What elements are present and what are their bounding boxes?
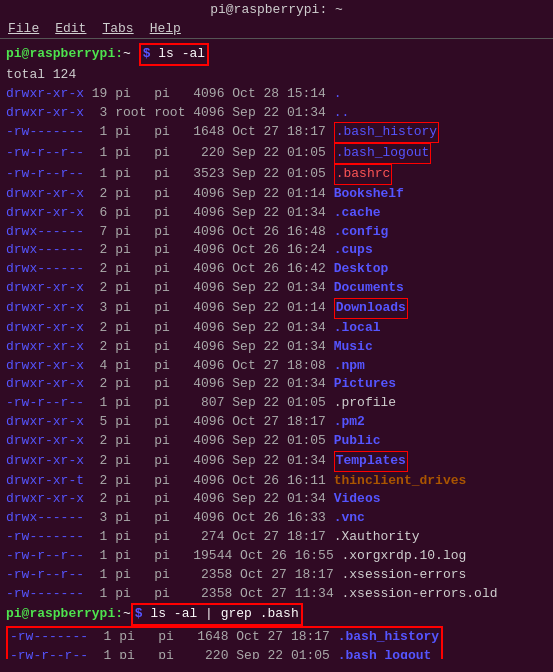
table-row: drwxr-xr-x 6 pi pi 4096 Sep 22 01:34 .ca… <box>6 204 547 223</box>
menu-bar: File Edit Tabs Help <box>0 19 553 39</box>
table-row: drwxr-xr-x 3 root root 4096 Sep 22 01:34… <box>6 104 547 123</box>
cmd-box-1: $ ls -al <box>139 43 209 66</box>
prompt-line-2: pi@raspberrypi:~$ ls -al | grep .bash <box>6 603 547 626</box>
table-row: drwxr-xr-x 2 pi pi 4096 Sep 22 01:05 Pub… <box>6 432 547 451</box>
prompt-tilde-1: ~ <box>123 45 131 64</box>
grep-row-bash-logout: -rw-r--r-- 1 pi pi 220 Sep 22 01:05 .bas… <box>10 647 439 659</box>
table-row: -rw-r--r-- 1 pi pi 807 Sep 22 01:05 .pro… <box>6 394 547 413</box>
table-row: drwxr-xr-x 2 pi pi 4096 Sep 22 01:34 Vid… <box>6 490 547 509</box>
prompt-tilde-2: ~ <box>123 605 131 624</box>
table-row: -rw------- 1 pi pi 274 Oct 27 18:17 .Xau… <box>6 528 547 547</box>
table-row: -rw-r--r-- 1 pi pi 2358 Oct 27 18:17 .xs… <box>6 566 547 585</box>
prompt-line-1: pi@raspberrypi:~ $ ls -al <box>6 43 547 66</box>
table-row: drwxr-xr-x 2 pi pi 4096 Sep 22 01:34 Doc… <box>6 279 547 298</box>
grep-results-box: -rw------- 1 pi pi 1648 Oct 27 18:17 .ba… <box>6 626 443 659</box>
table-row: -rw-r--r-- 1 pi pi 19544 Oct 26 16:55 .x… <box>6 547 547 566</box>
menu-tabs[interactable]: Tabs <box>102 21 133 36</box>
table-row-bashrc: -rw-r--r-- 1 pi pi 3523 Sep 22 01:05 .ba… <box>6 164 547 185</box>
table-row: drwxr-xr-x 2 pi pi 4096 Sep 22 01:14 Boo… <box>6 185 547 204</box>
terminal: pi@raspberrypi:~ $ ls -al total 124 drwx… <box>0 39 553 659</box>
table-row: drwx------ 7 pi pi 4096 Oct 26 16:48 .co… <box>6 223 547 242</box>
table-row: drwxr-xr-x 2 pi pi 4096 Sep 22 01:34 Pic… <box>6 375 547 394</box>
table-row: drwx------ 2 pi pi 4096 Oct 26 16:42 Des… <box>6 260 547 279</box>
table-row: drwxr-xr-x 19 pi pi 4096 Oct 28 15:14 . <box>6 85 547 104</box>
table-row-templates: drwxr-xr-x 2 pi pi 4096 Sep 22 01:34 Tem… <box>6 451 547 472</box>
table-row: drwxr-xr-x 2 pi pi 4096 Sep 22 01:34 Mus… <box>6 338 547 357</box>
table-row: drwxr-xr-x 5 pi pi 4096 Oct 27 18:17 .pm… <box>6 413 547 432</box>
table-row-downloads: drwxr-xr-x 3 pi pi 4096 Sep 22 01:14 Dow… <box>6 298 547 319</box>
table-row: drwx------ 2 pi pi 4096 Oct 26 16:24 .cu… <box>6 241 547 260</box>
table-row: drwxr-xr-x 4 pi pi 4096 Oct 27 18:08 .np… <box>6 357 547 376</box>
grep-row-bash-history: -rw------- 1 pi pi 1648 Oct 27 18:17 .ba… <box>10 628 439 647</box>
prompt-user-1: pi@raspberrypi: <box>6 45 123 64</box>
title-bar: pi@raspberrypi: ~ <box>0 0 553 19</box>
table-row-bash-history: -rw------- 1 pi pi 1648 Oct 27 18:17 .ba… <box>6 122 547 143</box>
table-row-bash-logout: -rw-r--r-- 1 pi pi 220 Sep 22 01:05 .bas… <box>6 143 547 164</box>
table-row: drwxr-xr-t 2 pi pi 4096 Oct 26 16:11 thi… <box>6 472 547 491</box>
table-row: -rw------- 1 pi pi 2358 Oct 27 11:34 .xs… <box>6 585 547 604</box>
terminal-content: pi@raspberrypi:~ $ ls -al total 124 drwx… <box>6 43 547 659</box>
menu-edit[interactable]: Edit <box>55 21 86 36</box>
menu-help[interactable]: Help <box>150 21 181 36</box>
total-line: total 124 <box>6 66 547 85</box>
cmd-box-2: $ ls -al | grep .bash <box>131 603 303 626</box>
table-row: drwxr-xr-x 2 pi pi 4096 Sep 22 01:34 .lo… <box>6 319 547 338</box>
menu-file[interactable]: File <box>8 21 39 36</box>
prompt-cmd-1 <box>131 45 139 64</box>
prompt-user-2: pi@raspberrypi: <box>6 605 123 624</box>
table-row: drwx------ 3 pi pi 4096 Oct 26 16:33 .vn… <box>6 509 547 528</box>
